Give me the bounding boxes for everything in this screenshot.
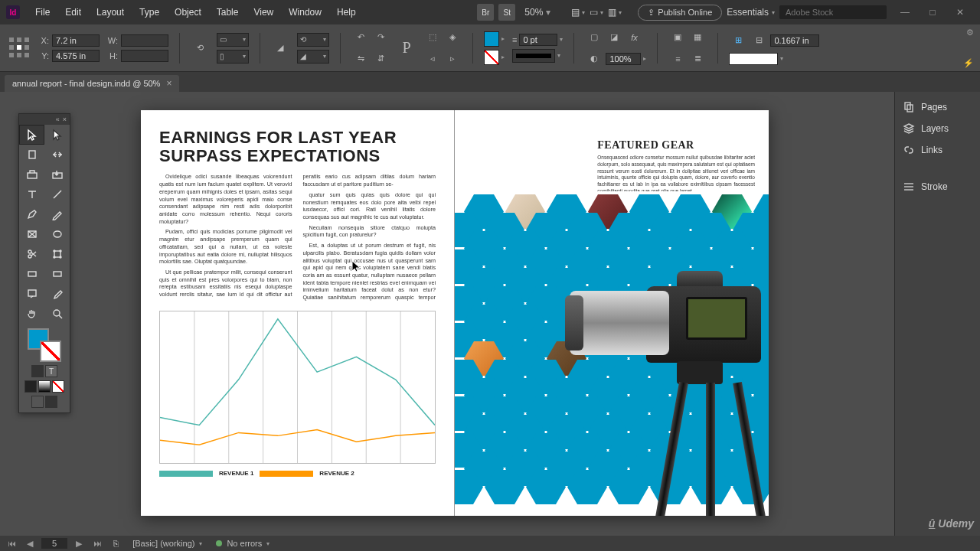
document-tab[interactable]: annual report - final design.indd @ 50% … bbox=[5, 75, 179, 92]
eyedropper-tool[interactable] bbox=[44, 284, 70, 304]
shear-input[interactable]: ◢▾ bbox=[297, 50, 329, 64]
next-page-button[interactable]: ▶ bbox=[72, 539, 86, 549]
fill-stroke-proxy[interactable] bbox=[28, 328, 61, 362]
view-options-icon[interactable]: ▤▾ bbox=[571, 7, 585, 18]
paragraph-style-icon[interactable]: P bbox=[397, 39, 416, 57]
x-input[interactable] bbox=[52, 34, 100, 47]
open-dropdown[interactable]: ⎘ bbox=[109, 539, 123, 548]
line-tool[interactable] bbox=[44, 184, 70, 204]
normal-view-icon[interactable] bbox=[31, 396, 44, 408]
collapse-icon[interactable]: « bbox=[56, 116, 60, 123]
fx-icon[interactable]: fx bbox=[625, 28, 643, 47]
direct-selection-tool[interactable] bbox=[44, 125, 70, 145]
rotate-icon[interactable]: ⟲ bbox=[191, 39, 209, 57]
align-left-icon[interactable]: ≡ bbox=[668, 50, 687, 68]
flip-v-icon[interactable]: ⇵ bbox=[371, 50, 390, 68]
note-tool[interactable] bbox=[19, 284, 44, 304]
y-input[interactable] bbox=[52, 50, 100, 62]
bolt-icon[interactable]: ⚡ bbox=[963, 58, 974, 68]
preview-view-icon[interactable] bbox=[45, 396, 57, 408]
screen-mode-icon[interactable]: ▭▾ bbox=[590, 7, 603, 18]
bridge-button[interactable]: Br bbox=[477, 4, 494, 21]
close-icon[interactable]: × bbox=[166, 78, 172, 89]
preflight-status[interactable]: No errors▾ bbox=[211, 539, 274, 548]
shear-icon[interactable]: ◢ bbox=[271, 39, 289, 57]
panel-layers[interactable]: Layers bbox=[895, 118, 980, 139]
selection-tool[interactable] bbox=[19, 125, 44, 145]
publish-online-button[interactable]: ⇪Publish Online bbox=[638, 5, 722, 21]
page-tool[interactable] bbox=[19, 145, 44, 165]
gradient-swatch-tool[interactable] bbox=[19, 264, 44, 284]
pencil-tool[interactable] bbox=[44, 204, 70, 224]
drop-shadow-icon[interactable]: ◪ bbox=[605, 28, 623, 47]
corner-options-icon[interactable]: ▢ bbox=[585, 28, 603, 47]
panel-links[interactable]: Links bbox=[895, 139, 980, 161]
window-minimize-icon[interactable]: — bbox=[891, 5, 919, 20]
content-placer-tool[interactable] bbox=[44, 165, 70, 184]
stroke-style-dropdown[interactable] bbox=[512, 49, 555, 63]
free-transform-tool[interactable] bbox=[44, 244, 70, 264]
gap-tool[interactable] bbox=[44, 145, 70, 165]
reference-point[interactable] bbox=[9, 37, 31, 59]
apply-none-icon[interactable] bbox=[52, 380, 64, 393]
select-content-icon[interactable]: ◈ bbox=[443, 28, 462, 47]
pen-tool[interactable] bbox=[19, 204, 44, 224]
preflight-profile[interactable]: [Basic] (working)▾ bbox=[128, 539, 207, 548]
page-left[interactable]: EARNINGS FOR LAST YEAR SURPASS EXPECTATI… bbox=[141, 110, 455, 516]
last-page-button[interactable]: ⏭ bbox=[90, 539, 104, 548]
select-next-icon[interactable]: ▹ bbox=[443, 50, 462, 68]
scale-x-input[interactable]: ▭▾ bbox=[217, 33, 249, 47]
scale-y-input[interactable]: ▯▾ bbox=[217, 50, 249, 64]
select-container-icon[interactable]: ⬚ bbox=[423, 28, 442, 47]
gradient-feather-tool[interactable] bbox=[44, 264, 70, 284]
stroke-swatch[interactable] bbox=[484, 50, 499, 65]
object-style-dropdown[interactable] bbox=[729, 53, 778, 65]
fill-swatch[interactable] bbox=[484, 31, 499, 47]
page-number-input[interactable]: 5 bbox=[41, 538, 67, 549]
menu-object[interactable]: Object bbox=[167, 7, 209, 18]
tools-panel[interactable]: «× T bbox=[18, 113, 70, 413]
align-right-icon[interactable]: ≣ bbox=[688, 50, 707, 68]
menu-table[interactable]: Table bbox=[209, 7, 247, 18]
gear-icon[interactable]: ⚙ bbox=[966, 28, 974, 37]
w-input[interactable] bbox=[121, 34, 168, 47]
menu-type[interactable]: Type bbox=[132, 7, 167, 18]
workspace-switcher[interactable]: Essentials▾ bbox=[727, 7, 775, 18]
apply-color-icon[interactable] bbox=[24, 380, 37, 393]
gutter-icon[interactable]: ⊟ bbox=[750, 31, 768, 50]
arrange-icon[interactable]: ▥▾ bbox=[608, 7, 622, 18]
stroke-weight-input[interactable] bbox=[519, 34, 557, 46]
content-collector-tool[interactable] bbox=[19, 165, 44, 184]
hand-tool[interactable] bbox=[19, 304, 44, 324]
rotate-cw-icon[interactable]: ↷ bbox=[371, 28, 390, 47]
rectangle-frame-tool[interactable] bbox=[19, 224, 44, 244]
column-value-input[interactable] bbox=[770, 34, 819, 47]
apply-gradient-icon[interactable] bbox=[38, 380, 51, 393]
prev-page-button[interactable]: ◀ bbox=[23, 539, 37, 549]
formatting-container-icon[interactable] bbox=[31, 365, 44, 377]
window-maximize-icon[interactable]: □ bbox=[919, 5, 946, 20]
menu-file[interactable]: File bbox=[28, 7, 57, 18]
ellipse-tool[interactable] bbox=[44, 224, 70, 244]
select-prev-icon[interactable]: ◃ bbox=[423, 50, 442, 68]
first-page-button[interactable]: ⏮ bbox=[5, 539, 18, 548]
menu-window[interactable]: Window bbox=[281, 7, 329, 18]
formatting-text-icon[interactable]: T bbox=[45, 365, 57, 377]
panel-pages[interactable]: Pages bbox=[895, 96, 980, 118]
zoom-tool[interactable] bbox=[44, 304, 70, 324]
rotate-input[interactable]: ⟲▾ bbox=[297, 33, 329, 47]
menu-edit[interactable]: Edit bbox=[57, 7, 89, 18]
menu-help[interactable]: Help bbox=[329, 7, 364, 18]
stock-button[interactable]: St bbox=[498, 4, 515, 21]
columns-icon[interactable]: ⊞ bbox=[729, 31, 747, 50]
rotate-ccw-icon[interactable]: ↶ bbox=[351, 28, 370, 47]
text-wrap-bbox-icon[interactable]: ▦ bbox=[688, 28, 707, 47]
type-tool[interactable] bbox=[19, 184, 44, 204]
zoom-level[interactable]: 50%▾ bbox=[520, 7, 555, 18]
opacity-input[interactable] bbox=[606, 53, 641, 65]
menu-layout[interactable]: Layout bbox=[89, 7, 132, 18]
scissors-tool[interactable] bbox=[19, 244, 44, 264]
flip-h-icon[interactable]: ⇋ bbox=[351, 50, 370, 68]
panel-close-icon[interactable]: × bbox=[63, 116, 67, 123]
canvas[interactable]: EARNINGS FOR LAST YEAR SURPASS EXPECTATI… bbox=[0, 92, 894, 536]
